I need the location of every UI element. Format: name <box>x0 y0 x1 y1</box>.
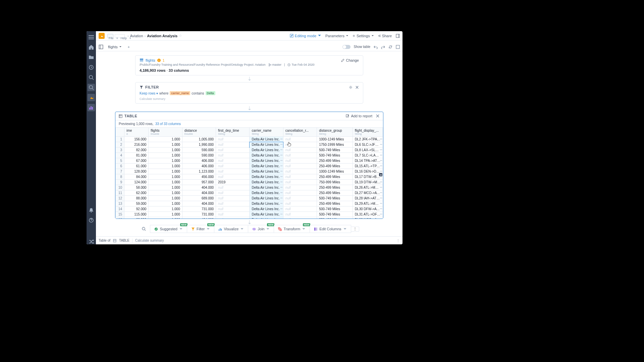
close-icon[interactable] <box>355 85 359 89</box>
cell-cancel[interactable]: null <box>283 201 317 206</box>
cell-menu-icon[interactable]: ••• <box>280 164 282 168</box>
history-icon[interactable] <box>89 65 94 70</box>
cell-flights[interactable]: 1.000 <box>149 190 182 196</box>
edit-columns-button[interactable]: Edit Columns <box>310 225 351 233</box>
cell-distance[interactable]: 1,123.000 <box>182 169 216 174</box>
cell-menu-icon[interactable]: ••• <box>280 137 282 141</box>
cell-carrier[interactable]: Delta Air Lines Inc.••• <box>250 212 283 217</box>
table-row[interactable]: 9 124.000 1.000 957.000 2019 Delta Air L… <box>116 180 383 185</box>
cell-ime[interactable]: 82.000 <box>124 147 149 153</box>
cell-fdt[interactable]: null <box>216 147 250 153</box>
cell-menu-icon[interactable]: ••• <box>280 186 282 189</box>
visualize-button[interactable]: Visualize <box>214 225 248 233</box>
cell-flights[interactable]: 1.000 <box>149 164 182 169</box>
cell-cancel[interactable]: null <box>283 147 317 153</box>
keep-rows-dropdown[interactable]: Keep rows ▾ <box>140 92 158 95</box>
cell-menu-icon[interactable]: ••• <box>280 180 282 184</box>
cell-menu-icon[interactable]: ••• <box>280 202 282 205</box>
cell-menu-icon[interactable]: ••• <box>280 218 282 219</box>
cell-carrier[interactable]: Delta Air Lines Inc.••• <box>250 185 283 190</box>
cell-distance[interactable]: 456.000 <box>182 174 216 180</box>
cell-menu-icon[interactable]: ••• <box>280 196 282 200</box>
cell-fdt[interactable]: null <box>216 169 250 174</box>
table-row[interactable]: 7 128.000 1.000 1,123.000 null Delta Air… <box>116 169 383 174</box>
refresh-icon[interactable] <box>388 45 392 49</box>
cell-flights[interactable]: 1.000 <box>149 185 182 190</box>
cell-distance[interactable]: 404.000 <box>182 190 216 196</box>
cell-menu-icon[interactable]: ••• <box>380 186 382 189</box>
table-row[interactable]: 10 58.000 1.000 404.000 null Delta Air L… <box>116 185 383 190</box>
table-row[interactable]: 3 82.000 1.000 590.000 null Delta Air Li… <box>116 147 383 153</box>
cell-fdt[interactable]: null <box>216 196 250 201</box>
cell-menu-icon[interactable]: ••• <box>280 191 282 194</box>
cell-dg[interactable]: 1000-1249 Miles <box>317 169 353 174</box>
cell-fd[interactable]: DL15 ATL->TPA 20...••• <box>353 164 383 169</box>
cell-cancel[interactable]: null <box>283 137 317 142</box>
cell-dg[interactable]: 250-499 Miles <box>317 174 353 180</box>
cell-fdt[interactable]: null <box>216 217 250 219</box>
chart-icon[interactable] <box>88 104 95 111</box>
avatar[interactable] <box>89 228 94 234</box>
cell-cancel[interactable]: null <box>283 196 317 201</box>
cell-fd[interactable]: DL26 ATL->MCO 2...••• <box>353 185 383 190</box>
cell-menu-icon[interactable]: ••• <box>380 180 382 184</box>
cell-ime[interactable]: 88.000 <box>124 196 149 201</box>
search-active-icon[interactable] <box>88 84 95 91</box>
cell-flights[interactable]: 1.000 <box>149 180 182 185</box>
cell-distance[interactable]: 957.000 <box>182 180 216 185</box>
cell-flights[interactable]: 1.000 <box>149 174 182 180</box>
cell-menu-icon[interactable]: ••• <box>380 164 382 168</box>
table-row[interactable]: 16 63.000 1.000 404.000 null Delta Air L… <box>116 217 383 219</box>
cell-distance[interactable]: 689.000 <box>182 196 216 201</box>
cell-menu-icon[interactable]: ••• <box>380 154 382 157</box>
cell-fd[interactable]: DL30 DFW->ATL 2...••• <box>353 206 383 212</box>
cell-dg[interactable]: 500-749 Miles <box>317 196 353 201</box>
cell-ime[interactable]: 59.000 <box>124 201 149 206</box>
dataset-name[interactable]: flights <box>146 58 155 62</box>
cell-flights[interactable]: 1.000 <box>149 169 182 174</box>
cell-dg[interactable]: 250-499 Miles <box>317 201 353 206</box>
cell-fdt[interactable]: null <box>216 164 250 169</box>
cell-cancel[interactable]: null <box>283 174 317 180</box>
cell-ime[interactable]: 62.000 <box>124 190 149 196</box>
cell-menu-icon[interactable]: ••• <box>380 148 382 152</box>
cell-flights[interactable]: 1.000 <box>149 147 182 153</box>
cell-carrier[interactable]: Delta Air Lines Inc.••• <box>250 217 283 219</box>
suggested-button[interactable]: Suggested NEW <box>150 225 187 233</box>
col-header-flight_display_...[interactable]: flight_display_...String <box>353 128 383 137</box>
search-icon[interactable] <box>89 75 94 80</box>
cell-distance[interactable]: 404.000 <box>182 201 216 206</box>
expand-icon[interactable] <box>396 45 400 49</box>
table-row[interactable]: 12 88.000 1.000 689.000 null Delta Air L… <box>116 196 383 201</box>
cell-dg[interactable]: 250-499 Miles <box>317 185 353 190</box>
cell-menu-icon[interactable]: ••• <box>280 154 282 157</box>
cell-flights[interactable]: 1.000 <box>149 158 182 164</box>
cell-menu-icon[interactable]: ••• <box>280 207 282 210</box>
cell-fdt[interactable]: 2019 <box>216 180 250 185</box>
cell-dg[interactable]: 500-749 Miles <box>317 212 353 217</box>
filter-button[interactable]: Filter NEW <box>187 225 214 233</box>
cell-fd[interactable]: DL16 DEN->DTW 2...••• <box>353 169 383 174</box>
cell-fd[interactable]: DL27 MCO->ATL 2...••• <box>353 190 383 196</box>
table-row[interactable]: 2 216.000 1.000 1,990.000 null Delta Air… <box>116 142 383 147</box>
tab-flights[interactable]: flights <box>105 44 124 50</box>
cell-distance[interactable]: 404.000 <box>182 185 216 190</box>
cell-menu-icon[interactable]: ••• <box>380 213 382 216</box>
cell-ime[interactable]: 156.000 <box>124 137 149 142</box>
cell-ime[interactable]: 61.000 <box>124 164 149 169</box>
cell-cancel[interactable]: null <box>283 164 317 169</box>
table-row[interactable]: 13 59.000 1.000 404.000 null Delta Air L… <box>116 201 383 206</box>
cell-cancel[interactable]: null <box>283 217 317 219</box>
cell-fd[interactable]: DL8 LAX->SLC 20...••• <box>353 147 383 153</box>
cell-fd[interactable]: DL29 ATL->MCO 2...••• <box>353 201 383 206</box>
cell-cancel[interactable]: null <box>283 212 317 217</box>
cell-ime[interactable]: 84.000 <box>124 174 149 180</box>
cell-flights[interactable]: 1.000 <box>149 212 182 217</box>
col-header-flights[interactable]: flightsDouble <box>149 128 182 137</box>
col-header-distance[interactable]: distanceDouble <box>182 128 216 137</box>
table-row[interactable]: 4 81.000 1.000 590.000 null Delta Air Li… <box>116 153 383 158</box>
cell-carrier[interactable]: Delta Air Lines Inc.••• <box>250 206 283 212</box>
more-actions-button[interactable]: ⋮ <box>351 227 359 232</box>
cell-distance[interactable]: 590.000 <box>182 147 216 153</box>
cell-distance[interactable]: 1,005.000 <box>182 137 216 142</box>
